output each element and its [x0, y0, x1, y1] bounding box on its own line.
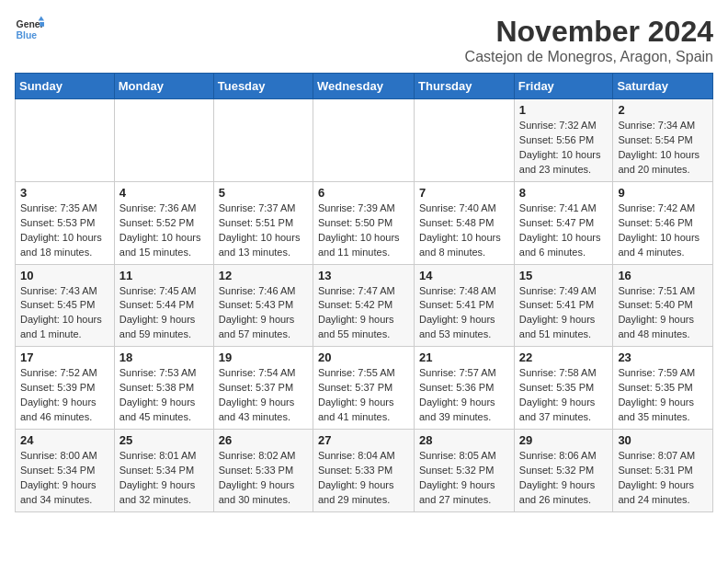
day-number: 16	[618, 269, 708, 282]
day-number: 29	[519, 433, 609, 447]
day-number: 27	[318, 433, 409, 447]
day-number: 30	[618, 433, 708, 447]
header: General Blue November 2024 Castejon de M…	[15, 15, 713, 65]
day-number: 10	[20, 269, 109, 282]
day-info: Sunrise: 7:37 AM Sunset: 5:51 PM Dayligh…	[219, 201, 308, 260]
day-number: 5	[219, 186, 308, 200]
calendar-cell: 3Sunrise: 7:35 AM Sunset: 5:53 PM Daylig…	[16, 181, 115, 264]
calendar-week-row: 17Sunrise: 7:52 AM Sunset: 5:39 PM Dayli…	[16, 347, 713, 430]
day-number: 15	[519, 269, 609, 282]
day-number: 7	[419, 186, 509, 200]
day-info: Sunrise: 7:53 AM Sunset: 5:38 PM Dayligh…	[119, 366, 209, 425]
day-number: 1	[519, 103, 609, 117]
calendar-cell: 25Sunrise: 8:01 AM Sunset: 5:34 PM Dayli…	[114, 430, 213, 512]
calendar-week-row: 3Sunrise: 7:35 AM Sunset: 5:53 PM Daylig…	[16, 181, 713, 264]
weekday-header: Monday	[114, 74, 213, 99]
calendar-cell: 9Sunrise: 7:42 AM Sunset: 5:46 PM Daylig…	[613, 181, 713, 264]
svg-marker-2	[39, 17, 44, 21]
day-number: 8	[519, 186, 609, 200]
day-info: Sunrise: 8:01 AM Sunset: 5:34 PM Dayligh…	[119, 449, 209, 508]
calendar-cell: 11Sunrise: 7:45 AM Sunset: 5:44 PM Dayli…	[114, 264, 213, 347]
title-block: November 2024 Castejon de Monegros, Arag…	[465, 15, 713, 65]
day-number: 24	[20, 433, 109, 447]
day-info: Sunrise: 7:47 AM Sunset: 5:42 PM Dayligh…	[318, 284, 409, 343]
calendar-cell: 30Sunrise: 8:07 AM Sunset: 5:31 PM Dayli…	[613, 430, 713, 512]
weekday-header: Sunday	[16, 74, 115, 99]
day-info: Sunrise: 8:05 AM Sunset: 5:32 PM Dayligh…	[419, 449, 509, 508]
day-info: Sunrise: 8:02 AM Sunset: 5:33 PM Dayligh…	[219, 449, 308, 508]
logo: General Blue	[15, 15, 44, 44]
day-info: Sunrise: 7:36 AM Sunset: 5:52 PM Dayligh…	[119, 201, 209, 260]
calendar-cell	[313, 99, 414, 182]
calendar-cell	[16, 99, 115, 182]
day-info: Sunrise: 7:55 AM Sunset: 5:37 PM Dayligh…	[318, 366, 409, 425]
month-title: November 2024	[465, 15, 713, 49]
day-info: Sunrise: 8:07 AM Sunset: 5:31 PM Dayligh…	[618, 449, 708, 508]
day-number: 3	[20, 186, 109, 200]
calendar-cell: 23Sunrise: 7:59 AM Sunset: 5:35 PM Dayli…	[613, 347, 713, 430]
calendar-cell: 18Sunrise: 7:53 AM Sunset: 5:38 PM Dayli…	[114, 347, 213, 430]
day-info: Sunrise: 7:42 AM Sunset: 5:46 PM Dayligh…	[618, 201, 708, 260]
day-number: 23	[618, 350, 708, 364]
day-info: Sunrise: 7:35 AM Sunset: 5:53 PM Dayligh…	[20, 201, 109, 260]
calendar-week-row: 24Sunrise: 8:00 AM Sunset: 5:34 PM Dayli…	[16, 430, 713, 512]
day-number: 21	[419, 350, 509, 364]
calendar-cell: 24Sunrise: 8:00 AM Sunset: 5:34 PM Dayli…	[16, 430, 115, 512]
svg-marker-3	[40, 22, 44, 27]
calendar-cell: 28Sunrise: 8:05 AM Sunset: 5:32 PM Dayli…	[415, 430, 515, 512]
day-number: 13	[318, 269, 409, 282]
day-number: 4	[119, 186, 209, 200]
day-info: Sunrise: 7:41 AM Sunset: 5:47 PM Dayligh…	[519, 201, 609, 260]
day-info: Sunrise: 7:32 AM Sunset: 5:56 PM Dayligh…	[519, 119, 609, 178]
calendar-week-row: 10Sunrise: 7:43 AM Sunset: 5:45 PM Dayli…	[16, 264, 713, 347]
calendar-cell: 2Sunrise: 7:34 AM Sunset: 5:54 PM Daylig…	[613, 99, 713, 182]
calendar-cell: 4Sunrise: 7:36 AM Sunset: 5:52 PM Daylig…	[114, 181, 213, 264]
calendar-cell: 19Sunrise: 7:54 AM Sunset: 5:37 PM Dayli…	[213, 347, 313, 430]
day-info: Sunrise: 8:06 AM Sunset: 5:32 PM Dayligh…	[519, 449, 609, 508]
logo-icon: General Blue	[15, 15, 44, 44]
day-number: 18	[119, 350, 209, 364]
day-info: Sunrise: 7:58 AM Sunset: 5:35 PM Dayligh…	[519, 366, 609, 425]
calendar-cell: 1Sunrise: 7:32 AM Sunset: 5:56 PM Daylig…	[514, 99, 613, 182]
calendar-cell: 15Sunrise: 7:49 AM Sunset: 5:41 PM Dayli…	[514, 264, 613, 347]
calendar-cell	[415, 99, 515, 182]
day-info: Sunrise: 7:57 AM Sunset: 5:36 PM Dayligh…	[419, 366, 509, 425]
day-info: Sunrise: 7:52 AM Sunset: 5:39 PM Dayligh…	[20, 366, 109, 425]
day-info: Sunrise: 8:04 AM Sunset: 5:33 PM Dayligh…	[318, 449, 409, 508]
day-number: 12	[219, 269, 308, 282]
weekday-header: Wednesday	[313, 74, 414, 99]
day-number: 11	[119, 269, 209, 282]
calendar-cell	[213, 99, 313, 182]
day-number: 17	[20, 350, 109, 364]
weekday-header: Thursday	[415, 74, 515, 99]
day-number: 28	[419, 433, 509, 447]
calendar-cell: 16Sunrise: 7:51 AM Sunset: 5:40 PM Dayli…	[613, 264, 713, 347]
svg-text:Blue: Blue	[17, 30, 38, 40]
calendar-cell: 29Sunrise: 8:06 AM Sunset: 5:32 PM Dayli…	[514, 430, 613, 512]
day-info: Sunrise: 8:00 AM Sunset: 5:34 PM Dayligh…	[20, 449, 109, 508]
day-info: Sunrise: 7:40 AM Sunset: 5:48 PM Dayligh…	[419, 201, 509, 260]
day-number: 14	[419, 269, 509, 282]
calendar-cell: 10Sunrise: 7:43 AM Sunset: 5:45 PM Dayli…	[16, 264, 115, 347]
calendar-cell: 5Sunrise: 7:37 AM Sunset: 5:51 PM Daylig…	[213, 181, 313, 264]
day-info: Sunrise: 7:39 AM Sunset: 5:50 PM Dayligh…	[318, 201, 409, 260]
calendar-cell: 13Sunrise: 7:47 AM Sunset: 5:42 PM Dayli…	[313, 264, 414, 347]
day-info: Sunrise: 7:59 AM Sunset: 5:35 PM Dayligh…	[618, 366, 708, 425]
day-number: 20	[318, 350, 409, 364]
calendar-cell: 26Sunrise: 8:02 AM Sunset: 5:33 PM Dayli…	[213, 430, 313, 512]
day-info: Sunrise: 7:51 AM Sunset: 5:40 PM Dayligh…	[618, 284, 708, 343]
day-info: Sunrise: 7:48 AM Sunset: 5:41 PM Dayligh…	[419, 284, 509, 343]
day-number: 19	[219, 350, 308, 364]
calendar-cell: 20Sunrise: 7:55 AM Sunset: 5:37 PM Dayli…	[313, 347, 414, 430]
calendar-table: SundayMondayTuesdayWednesdayThursdayFrid…	[15, 73, 713, 512]
calendar-cell: 21Sunrise: 7:57 AM Sunset: 5:36 PM Dayli…	[415, 347, 515, 430]
calendar-cell: 8Sunrise: 7:41 AM Sunset: 5:47 PM Daylig…	[514, 181, 613, 264]
calendar-cell: 12Sunrise: 7:46 AM Sunset: 5:43 PM Dayli…	[213, 264, 313, 347]
day-info: Sunrise: 7:49 AM Sunset: 5:41 PM Dayligh…	[519, 284, 609, 343]
weekday-header-row: SundayMondayTuesdayWednesdayThursdayFrid…	[16, 74, 713, 99]
weekday-header: Saturday	[613, 74, 713, 99]
day-info: Sunrise: 7:34 AM Sunset: 5:54 PM Dayligh…	[618, 119, 708, 178]
weekday-header: Tuesday	[213, 74, 313, 99]
calendar-cell	[114, 99, 213, 182]
calendar-cell: 17Sunrise: 7:52 AM Sunset: 5:39 PM Dayli…	[16, 347, 115, 430]
